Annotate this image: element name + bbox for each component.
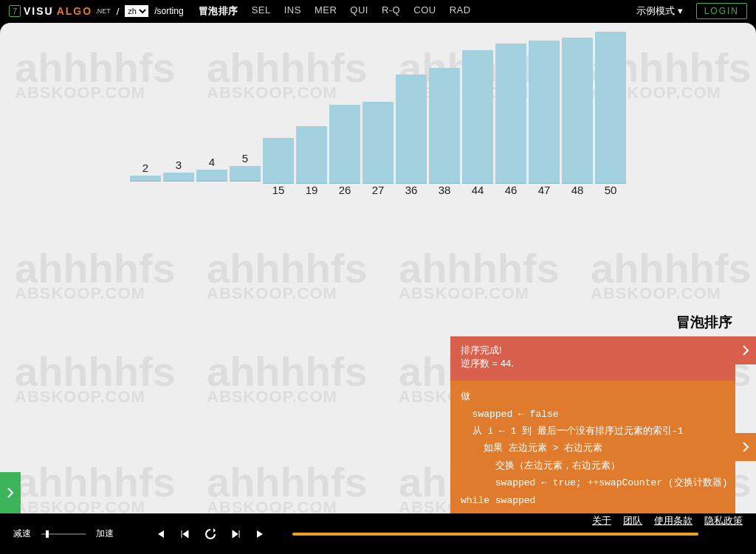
tab-mer[interactable]: MER — [315, 4, 337, 18]
language-select[interactable]: zh — [125, 5, 148, 17]
skip-start-icon — [155, 529, 165, 539]
link-terms[interactable]: 使用条款 — [654, 514, 693, 527]
tab-cou[interactable]: COU — [413, 4, 436, 18]
path-sorting: /sorting — [154, 6, 183, 16]
code-line: while swapped — [461, 492, 725, 509]
code-collapse-button[interactable] — [735, 433, 756, 461]
tab-sel[interactable]: SEL — [252, 4, 271, 18]
progress-bar[interactable] — [292, 533, 698, 536]
step-forward-icon — [230, 529, 241, 539]
bar: 44 — [462, 50, 493, 198]
tab-rq[interactable]: R-Q — [382, 4, 400, 18]
bar-label: 2 — [130, 162, 161, 174]
bar-rect — [329, 105, 360, 184]
bar: 19 — [296, 126, 327, 198]
bar-label: 19 — [296, 184, 327, 196]
algorithm-tabs: 冒泡排序 SEL INS MER QUI R-Q COU RAD — [199, 4, 471, 18]
link-privacy[interactable]: 隐私政策 — [704, 514, 743, 527]
bar: 50 — [595, 32, 626, 198]
bar-label: 3 — [163, 159, 194, 171]
demo-mode-dropdown[interactable]: 示例模式 ▾ — [636, 4, 683, 18]
tab-qui[interactable]: QUI — [350, 4, 368, 18]
bar-rect — [462, 50, 493, 184]
bar: 38 — [429, 68, 460, 198]
bar-rect — [196, 170, 227, 181]
bar-rect — [595, 32, 626, 184]
progress-fill — [292, 533, 698, 536]
status-line-2: 逆序数 = 44. — [461, 357, 725, 370]
bar-rect — [130, 176, 161, 181]
bar-rect — [562, 38, 593, 184]
bar-rect — [495, 44, 526, 184]
link-team[interactable]: 团队 — [623, 514, 642, 527]
chevron-right-icon — [742, 345, 749, 356]
logo-badge: 7 — [9, 5, 21, 17]
link-about[interactable]: 关于 — [592, 514, 611, 527]
bar-rect — [529, 41, 560, 184]
status-panel: 排序完成! 逆序数 = 44. — [450, 336, 735, 381]
bar-label: 38 — [429, 184, 460, 196]
bar-label: 44 — [462, 184, 493, 196]
chevron-right-icon — [7, 488, 14, 498]
bar: 4 — [196, 156, 227, 181]
code-line: 如果 左边元素 > 右边元素 — [461, 440, 725, 457]
step-forward-button[interactable] — [229, 527, 242, 541]
code-line: swapped ← false — [461, 406, 725, 423]
bar-rect — [362, 102, 394, 184]
logo[interactable]: 7 VISUALGO.NET — [9, 5, 111, 17]
status-collapse-button[interactable] — [735, 336, 756, 364]
code-line: swapped ← true; ++swapCounter (交换计数器) — [461, 474, 725, 491]
info-panel: 冒泡排序 排序完成! 逆序数 = 44. 做 swapped ← false 从… — [450, 308, 735, 513]
bar-rect — [296, 126, 327, 184]
skip-end-icon — [255, 529, 266, 539]
bar-label: 50 — [595, 184, 626, 196]
bar-label: 4 — [196, 156, 227, 168]
go-end-button[interactable] — [254, 527, 267, 541]
bar-label: 26 — [329, 184, 360, 196]
logo-net: .NET — [95, 7, 111, 15]
bar: 5 — [230, 152, 261, 181]
speed-slow-label: 减速 — [13, 527, 31, 540]
bar: 3 — [163, 159, 194, 181]
top-bar: 7 VISUALGO.NET / zh /sorting 冒泡排序 SEL IN… — [0, 0, 756, 22]
bar: 36 — [396, 75, 427, 198]
footer-links: 关于 团队 使用条款 隐私政策 — [592, 514, 743, 527]
left-panel-toggle[interactable] — [0, 472, 21, 513]
bar: 15 — [263, 138, 294, 198]
step-back-icon — [180, 529, 190, 539]
replay-button[interactable] — [204, 527, 217, 541]
speed-slider[interactable] — [41, 533, 86, 535]
go-start-button[interactable] — [154, 527, 167, 541]
bar: 48 — [562, 38, 593, 198]
status-line-1: 排序完成! — [461, 344, 725, 357]
bar-label: 47 — [529, 184, 560, 196]
tab-bubble[interactable]: 冒泡排序 — [199, 4, 238, 18]
tab-ins[interactable]: INS — [284, 4, 301, 18]
panel-title: 冒泡排序 — [450, 308, 735, 336]
speed-knob[interactable] — [46, 530, 49, 538]
login-button[interactable]: LOGIN — [696, 3, 747, 19]
speed-fast-label: 加速 — [96, 527, 114, 540]
playback-controls — [154, 527, 267, 541]
visualization-canvas: ahhhhfsABSKOOP.COMahhhhfsABSKOOP.COMahhh… — [0, 23, 756, 513]
bar: 2 — [130, 162, 161, 181]
bar: 47 — [529, 41, 560, 198]
bar-rect — [230, 166, 261, 181]
bar-rect — [263, 138, 294, 184]
code-line: 从 i ← 1 到 最后一个没有排序过元素的索引-1 — [461, 423, 725, 440]
chevron-right-icon — [742, 442, 749, 452]
bar: 26 — [329, 105, 360, 198]
code-line: 做 — [461, 388, 725, 405]
bar-label: 5 — [230, 152, 261, 165]
bar-rect — [163, 173, 194, 181]
code-line: 交换（左边元素，右边元素） — [461, 457, 725, 474]
bar: 46 — [495, 44, 526, 198]
bar-label: 46 — [495, 184, 526, 196]
bar-rect — [429, 68, 460, 184]
bar-rect — [396, 75, 427, 184]
player-bar: 减速 加速 关于 团队 使用条款 隐私政策 — [0, 513, 756, 554]
bar-label: 27 — [362, 184, 394, 196]
step-back-button[interactable] — [179, 527, 192, 541]
logo-algo: ALGO — [57, 5, 92, 17]
tab-rad[interactable]: RAD — [450, 4, 471, 18]
